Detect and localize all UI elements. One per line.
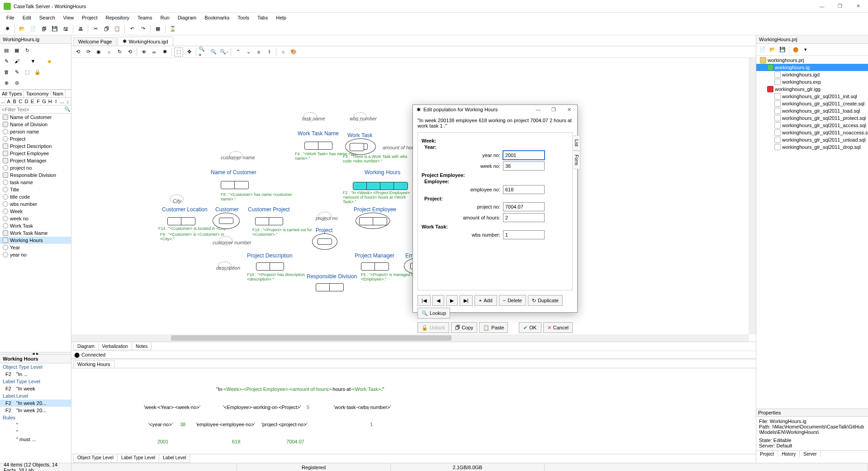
tree-item[interactable]: task name: [0, 179, 71, 186]
diagram-label[interactable]: Customer Location: [162, 206, 208, 213]
alpha-btn[interactable]: ...: [0, 98, 6, 105]
fact-type-roles[interactable]: [221, 181, 249, 189]
tree-item[interactable]: Year: [0, 244, 71, 251]
edit-icon[interactable]: ✎: [12, 67, 21, 76]
input-wbs-number[interactable]: [503, 230, 545, 239]
filter-icon[interactable]: ▼: [28, 57, 38, 66]
label-type-shape[interactable]: [318, 212, 332, 221]
fact-type-roles[interactable]: [350, 143, 364, 151]
dialog-close-button[interactable]: ✕: [564, 105, 574, 114]
project-tree-item[interactable]: workinghours_glr.igg: [756, 86, 868, 93]
project-tree-item[interactable]: workinghours_glr_sql2011_create.sql: [756, 100, 868, 107]
fact-type-roles[interactable]: [316, 283, 344, 291]
brush-icon[interactable]: 🖌: [12, 57, 21, 66]
tag-icon[interactable]: ◆: [45, 57, 54, 66]
ok-button[interactable]: ✔OK: [519, 322, 541, 333]
zoom-reset-icon[interactable]: 🔍: [209, 48, 218, 57]
relation-icon[interactable]: ∞: [150, 48, 159, 57]
alpha-btn[interactable]: C: [18, 98, 24, 105]
align-bottom-icon[interactable]: ⌄: [244, 48, 253, 57]
tree-item[interactable]: wbs number: [0, 200, 71, 208]
tree-item[interactable]: week no: [0, 215, 71, 222]
vertical-scrollbar[interactable]: [749, 58, 756, 334]
diagram-expression[interactable]: F10 : "<Project> has description <descri…: [247, 272, 319, 281]
refresh-icon[interactable]: ↻: [23, 46, 32, 55]
menu-search[interactable]: Search: [36, 14, 59, 21]
tree-item[interactable]: Project: [0, 135, 71, 143]
copy-button[interactable]: 🗍Copy: [451, 322, 478, 333]
minimize-button[interactable]: —: [817, 2, 826, 11]
zoom-in-icon[interactable]: 🔍+: [199, 48, 208, 57]
file-recent-icon[interactable]: 🗐: [39, 24, 48, 33]
toggle-icon[interactable]: ▦: [153, 24, 162, 33]
input-employee-no[interactable]: [503, 185, 545, 194]
fact-type-roles[interactable]: [353, 182, 408, 190]
props-tab[interactable]: Project: [756, 451, 778, 457]
menu-tools[interactable]: Tools: [234, 14, 253, 21]
cycle-icon[interactable]: ↻: [115, 48, 124, 57]
alpha-btn[interactable]: A: [6, 98, 12, 105]
menu-view[interactable]: View: [60, 14, 78, 21]
dialog-tab-list[interactable]: List: [573, 135, 580, 151]
select-icon[interactable]: ✎: [2, 57, 11, 66]
hourglass-icon[interactable]: ⌛: [168, 24, 177, 33]
alpha-btn[interactable]: F: [35, 98, 41, 105]
tree-item[interactable]: Project Employee: [0, 150, 71, 157]
verb-tab[interactable]: Label Type Level: [117, 454, 159, 463]
diagram-expression[interactable]: F3 : "There is a Work Task with wbs code…: [343, 154, 415, 163]
fact-type-roles[interactable]: [304, 142, 332, 150]
ll-row[interactable]: F2"In ...: [0, 371, 71, 378]
tree-item[interactable]: Name of Division: [0, 121, 71, 128]
diagram-expression[interactable]: F13 : "<Project> is carried out for <Cus…: [252, 228, 325, 237]
alpha-btn[interactable]: I: [53, 98, 59, 105]
menu-tabs[interactable]: Tabs: [254, 14, 271, 21]
link-icon[interactable]: ⟲: [125, 48, 134, 57]
ll-row[interactable]: " must ...: [0, 436, 71, 443]
rp-new-icon[interactable]: 📄: [758, 45, 767, 54]
input-week-no[interactable]: [503, 162, 545, 171]
redo-icon[interactable]: ↷: [138, 24, 147, 33]
tree-item[interactable]: Project Description: [0, 143, 71, 150]
cut-icon[interactable]: ✂: [91, 24, 100, 33]
tree-item[interactable]: Title: [0, 186, 71, 193]
folder-open-icon[interactable]: 📂: [18, 24, 27, 33]
snap-icon[interactable]: ⬚: [23, 67, 32, 76]
file-new-icon[interactable]: 📄: [28, 24, 38, 33]
rp-save-icon[interactable]: 💾: [778, 45, 787, 54]
undo-icon[interactable]: ↶: [128, 24, 137, 33]
diagram-label[interactable]: Customer Project: [248, 206, 290, 213]
cancel-button[interactable]: ✕Cancel: [543, 322, 573, 333]
circle-icon[interactable]: ○: [104, 48, 114, 57]
ll-row[interactable]: ": [0, 428, 71, 436]
input-year-no[interactable]: [503, 151, 545, 160]
fact-type-roles[interactable]: [167, 217, 195, 225]
label-type-shape[interactable]: [218, 262, 232, 271]
project-tree-item[interactable]: workinghours_glr_sql2011_noaccess.sql: [756, 129, 868, 136]
view-icon[interactable]: 👁: [139, 48, 148, 57]
fact-type-roles[interactable]: [359, 217, 387, 225]
nav-first-button[interactable]: |◀: [417, 295, 431, 306]
copy-icon[interactable]: 🗍: [102, 24, 111, 33]
project-tree-item[interactable]: workinghours_glr_sql2011_init.sql: [756, 93, 868, 100]
align-center-icon[interactable]: ≡: [254, 48, 263, 57]
save-all-icon[interactable]: 🖫: [61, 24, 70, 33]
new-icon[interactable]: ✱: [3, 24, 12, 33]
maximize-button[interactable]: ❐: [835, 2, 844, 11]
alpha-btn[interactable]: B: [12, 98, 18, 105]
label-type-shape[interactable]: [170, 195, 184, 204]
menu-repository[interactable]: Repository: [102, 14, 133, 21]
filter-tab[interactable]: All Types: [0, 90, 24, 97]
menu-bookmarks[interactable]: Bookmarks: [201, 14, 233, 21]
search-icon[interactable]: 🔍: [64, 106, 71, 112]
close-button[interactable]: ✕: [854, 2, 863, 11]
diagram-expression[interactable]: F2 : "In <Week> <Project Employee> <amou…: [343, 190, 415, 204]
filter-tab[interactable]: Taxonomy: [24, 90, 51, 97]
list-icon[interactable]: ▤: [2, 46, 11, 55]
distribute-icon[interactable]: ⫴: [265, 48, 274, 57]
alpha-btn[interactable]: ...: [59, 98, 65, 105]
highlight-icon[interactable]: ✱: [160, 48, 169, 57]
diagram-label[interactable]: Project Employee: [354, 206, 396, 213]
project-tree-item[interactable]: workinghours.igd: [756, 71, 868, 78]
circle2-icon[interactable]: ○: [279, 48, 288, 57]
dialog-maximize-button[interactable]: ❐: [549, 105, 558, 114]
